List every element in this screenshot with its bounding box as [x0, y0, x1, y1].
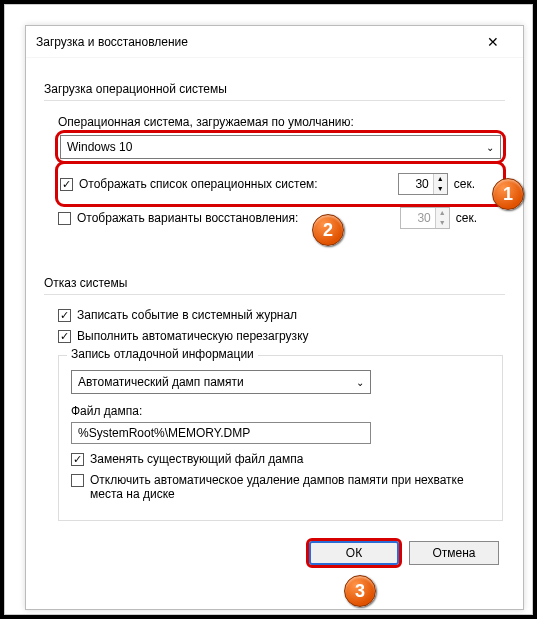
chevron-down-icon: ⌄: [486, 142, 494, 153]
failure-group: Отказ системы Записать событие в системн…: [44, 276, 505, 523]
sec-label-2: сек.: [456, 211, 477, 225]
chevron-down-icon: ⌄: [356, 377, 364, 388]
sec-label-1: сек.: [454, 177, 475, 191]
down-arrow-icon[interactable]: ▼: [433, 184, 447, 194]
show-os-list-checkbox[interactable]: [60, 178, 73, 191]
show-recovery-label: Отображать варианты восстановления:: [77, 211, 298, 225]
default-os-combo[interactable]: Windows 10 ⌄: [60, 135, 501, 159]
disable-auto-delete-checkbox[interactable]: [71, 474, 84, 487]
window-title: Загрузка и восстановление: [36, 35, 473, 49]
dialog-window: Загрузка и восстановление ✕ Загрузка опе…: [25, 25, 524, 610]
cancel-button[interactable]: Отмена: [409, 541, 499, 565]
dump-type-combo[interactable]: Автоматический дамп памяти ⌄: [71, 370, 371, 394]
content: Загрузка операционной системы Операционн…: [26, 58, 523, 579]
show-recovery-checkbox[interactable]: [58, 212, 71, 225]
callout-2: 2: [312, 214, 344, 246]
auto-restart-checkbox[interactable]: [58, 330, 71, 343]
startup-group: Загрузка операционной системы Операционн…: [44, 82, 505, 238]
dump-file-field-label: Файл дампа:: [71, 404, 490, 418]
replace-existing-label: Заменять существующий файл дампа: [90, 452, 303, 466]
up-arrow-icon[interactable]: ▲: [433, 174, 447, 184]
failure-label: Отказ системы: [44, 276, 505, 290]
combo-selected: Windows 10: [67, 140, 132, 154]
os-list-secs-spinner[interactable]: 30 ▲▼: [398, 173, 448, 195]
frame: Загрузка и восстановление ✕ Загрузка опе…: [4, 4, 533, 615]
default-os-label: Операционная система, загружаемая по умо…: [58, 115, 503, 129]
close-button[interactable]: ✕: [473, 26, 513, 58]
startup-label: Загрузка операционной системы: [44, 82, 505, 96]
callout-1: 1: [492, 178, 524, 210]
highlight-os-list-row: Отображать список операционных систем: 3…: [58, 164, 503, 204]
debug-info-label: Запись отладочной информации: [67, 347, 258, 361]
highlight-default-os: Windows 10 ⌄: [58, 133, 503, 161]
dump-file-input[interactable]: [71, 422, 371, 444]
ok-button[interactable]: ОК: [309, 541, 399, 565]
disable-auto-delete-label: Отключить автоматическое удаление дампов…: [90, 473, 470, 501]
debug-info-group: Запись отладочной информации Автоматичес…: [58, 355, 503, 521]
replace-existing-checkbox[interactable]: [71, 453, 84, 466]
auto-restart-label: Выполнить автоматическую перезагрузку: [77, 329, 309, 343]
titlebar: Загрузка и восстановление ✕: [26, 26, 523, 58]
button-bar: ОК Отмена: [44, 541, 505, 565]
write-event-checkbox[interactable]: [58, 309, 71, 322]
recovery-secs-spinner: 30 ▲▼: [400, 207, 450, 229]
write-event-label: Записать событие в системный журнал: [77, 308, 297, 322]
callout-3: 3: [344, 575, 376, 607]
show-os-list-label: Отображать список операционных систем:: [79, 177, 318, 191]
